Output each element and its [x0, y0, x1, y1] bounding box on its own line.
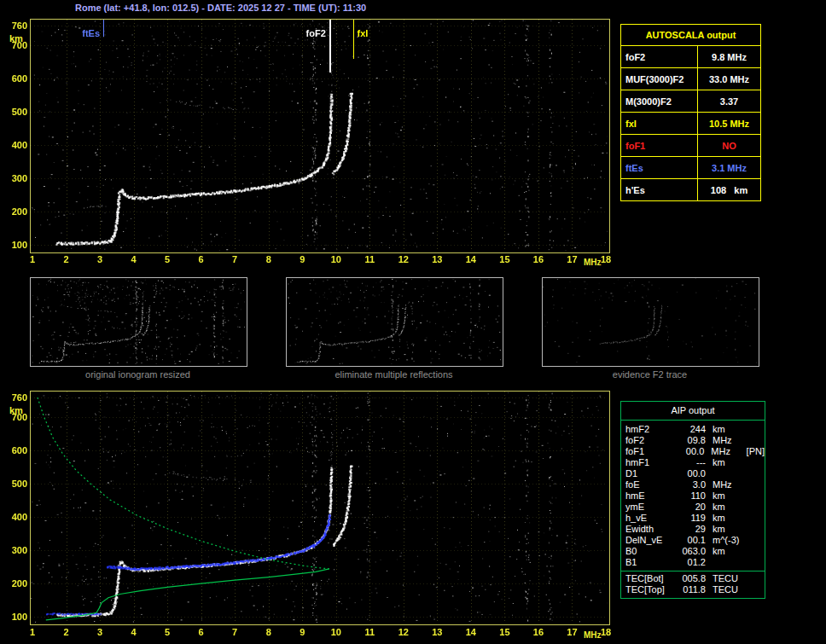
x-tick-label-bottom: 4: [125, 627, 143, 637]
aip-param-unit: km: [706, 490, 745, 502]
x-tick-label-top: 13: [428, 254, 445, 264]
x-axis-unit-bottom: MHz: [584, 630, 602, 640]
aip-param-note: [745, 479, 765, 490]
autoscala-output-table: AUTOSCALA output foF29.8 MHzMUF(3000)F23…: [620, 24, 761, 201]
aip-table-body: hmF2244kmfoF209.8MHzfoF100.0MHz[PN]hmF1-…: [621, 421, 765, 598]
aip-param-unit: TECU: [706, 584, 745, 595]
aip-param-value: 005.8: [675, 573, 706, 584]
autoscala-param-label: ftEs: [621, 157, 698, 178]
autoscala-row-h'Es: h'Es108 km: [621, 179, 760, 200]
aip-param-label: B0: [621, 546, 675, 557]
aip-row-foF1: foF100.0MHz[PN]: [621, 446, 765, 457]
x-tick-label-bottom: 9: [294, 627, 311, 637]
x-tick-label-top: 11: [361, 254, 378, 264]
autoscala-param-label: MUF(3000)F2: [621, 68, 698, 90]
aip-param-value: 00.0: [674, 446, 704, 457]
y-tick-label-bottom: 100: [3, 612, 27, 622]
aip-param-note: [745, 573, 765, 584]
autoscala-table-header: AUTOSCALA output: [621, 25, 760, 46]
aip-param-label: hmF1: [621, 457, 675, 468]
thumbnail-canvas-original: [31, 278, 245, 364]
ionogram-plot-top: [30, 19, 610, 253]
aip-row-hmF2: hmF2244km: [621, 424, 765, 435]
x-tick-label-bottom: 10: [328, 627, 345, 637]
aip-row-D1: D100.0: [621, 468, 765, 479]
aip-tec-rows: TEC[Bot]005.8TECUTEC[Top]011.8TECU: [621, 573, 765, 595]
aip-param-value: ---: [675, 457, 706, 468]
aip-separator-line: [621, 571, 765, 571]
x-tick-label-bottom: 17: [563, 627, 580, 637]
aip-param-label: ymE: [621, 502, 675, 513]
aip-table-header: AIP output: [621, 402, 765, 421]
aip-param-label: TEC[Top]: [621, 584, 675, 595]
aip-param-unit: TECU: [706, 573, 745, 584]
aip-param-note: [745, 424, 765, 435]
aip-param-value: 110: [675, 490, 706, 502]
aip-param-note: [745, 435, 765, 446]
y-tick-label-bottom: 300: [3, 545, 27, 555]
aip-row-ymE: ymE20km: [621, 502, 765, 513]
aip-row-h_vE: h_vE119km: [621, 513, 765, 524]
ionogram-canvas-top: [31, 20, 608, 251]
aip-param-unit: m^(-3): [706, 535, 745, 546]
aip-param-label: foF2: [621, 435, 675, 446]
aip-param-unit: MHz: [704, 446, 742, 457]
x-tick-label-top: 9: [294, 254, 311, 264]
x-tick-label-bottom: 2: [58, 627, 75, 637]
aip-param-note: [745, 490, 765, 502]
aip-param-unit: km: [706, 524, 745, 535]
y-tick-label-top: 200: [3, 206, 27, 217]
y-tick-label-bottom: 200: [3, 578, 27, 589]
thumbnail-caption-f2-trace: evidence F2 trace: [542, 369, 758, 380]
autoscala-app-window: { "window": { "title": "Rome (lat: +41.8…: [0, 0, 826, 644]
x-tick-label-top: 17: [563, 254, 580, 264]
x-tick-label-top: 2: [58, 254, 75, 264]
aip-param-value: 20: [675, 502, 706, 513]
aip-param-unit: [706, 468, 745, 479]
y-tick-label-top: 600: [3, 73, 27, 84]
aip-param-value: 063.0: [675, 546, 706, 557]
x-tick-label-top: 8: [260, 254, 277, 264]
autoscala-row-MUF(3000)F2: MUF(3000)F233.0 MHz: [621, 68, 760, 90]
station-title: Rome (lat: +41.8, lon: 012.5) - DATE: 20…: [75, 3, 366, 13]
x-tick-label-top: 16: [530, 254, 547, 264]
aip-param-value: 01.2: [675, 557, 706, 568]
aip-row-B0: B0063.0km: [621, 546, 765, 557]
aip-param-note: [745, 468, 765, 479]
y-tick-label-bottom: 600: [3, 445, 27, 455]
x-tick-label-bottom: 8: [260, 627, 277, 637]
y-tick-label-top: 500: [3, 107, 27, 117]
aip-param-value: 3.0: [675, 479, 706, 490]
autoscala-param-value: 108 km: [698, 179, 760, 200]
aip-param-label: foF1: [621, 446, 674, 457]
x-tick-label-bottom: 15: [496, 627, 513, 637]
x-tick-label-top: 10: [328, 254, 345, 264]
y-tick-label-top: 400: [3, 140, 27, 150]
ionogram-plot-bottom: [30, 391, 610, 625]
thumbnail-caption-original: original ionogram resized: [30, 369, 246, 380]
aip-row-hmF1: hmF1---km: [621, 457, 765, 468]
aip-param-label: foE: [621, 479, 675, 490]
aip-param-unit: km: [706, 502, 745, 513]
aip-param-note: [745, 557, 765, 568]
y-axis-unit-top: km: [9, 33, 23, 44]
autoscala-param-label: M(3000)F2: [621, 90, 698, 112]
x-tick-label-bottom: 14: [462, 627, 480, 637]
x-tick-label-bottom: 3: [91, 627, 108, 637]
autoscala-row-fxI: fxI10.5 MHz: [621, 113, 760, 135]
x-tick-label-top: 15: [496, 254, 513, 264]
y-axis-unit-bottom: km: [9, 405, 23, 415]
autoscala-param-label: h'Es: [621, 179, 698, 200]
x-tick-label-top: 12: [395, 254, 412, 264]
aip-param-label: D1: [621, 468, 675, 479]
aip-output-table: AIP output hmF2244kmfoF209.8MHzfoF100.0M…: [620, 401, 765, 599]
autoscala-param-value: NO: [698, 135, 760, 156]
x-tick-label-bottom: 1: [24, 627, 41, 637]
thumbnail-canvas-f2-trace: [543, 278, 757, 364]
autoscala-param-label: fxI: [621, 113, 698, 134]
x-tick-label-top: 3: [91, 254, 108, 264]
aip-row-Ewidth: Ewidth29km: [621, 524, 765, 535]
aip-row-B1: B101.2: [621, 557, 765, 568]
aip-param-unit: km: [706, 424, 745, 435]
aip-param-value: 29: [675, 524, 706, 535]
